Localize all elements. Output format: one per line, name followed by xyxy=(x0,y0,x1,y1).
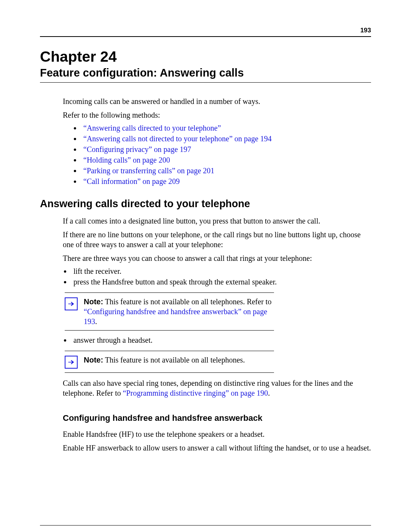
note-label: Note: xyxy=(84,356,103,364)
closing-paragraph: Calls can also have special ring tones, … xyxy=(63,378,371,398)
list-item: lift the receiver. xyxy=(71,267,371,276)
title-rule xyxy=(40,82,371,83)
note-suffix: . xyxy=(95,317,97,326)
xref-link-answering-not-directed[interactable]: “Answering calls not directed to your te… xyxy=(83,134,272,143)
xref-link-configuring-privacy[interactable]: “Configuring privacy” on page 197 xyxy=(83,145,191,153)
closing-suffix: . xyxy=(268,389,270,397)
page-number: 193 xyxy=(40,27,371,34)
footer-rule xyxy=(40,525,371,526)
xref-link-distinctive-ringing[interactable]: “Programming distinctive ringing” on pag… xyxy=(123,389,268,397)
note-body: This feature is not available on all tel… xyxy=(103,297,271,306)
section1-paragraph-3: There are three ways you can choose to a… xyxy=(63,253,371,263)
intro-paragraph-2: Refer to the following methods: xyxy=(63,110,371,120)
chapter-title: Feature configuration: Answering calls xyxy=(40,67,371,79)
note-body: This feature is not available on all tel… xyxy=(103,356,245,364)
note-rule xyxy=(65,330,274,331)
xref-link-call-information[interactable]: “Call information” on page 209 xyxy=(83,177,180,185)
xref-link-parking-transferring[interactable]: “Parking or transferring calls” on page … xyxy=(83,166,214,175)
xref-link-answering-directed[interactable]: “Answering calls directed to your teleph… xyxy=(83,124,221,132)
note-box-2: Note: This feature is not available on a… xyxy=(65,351,274,373)
page-footer: BCM 4.0 Device Configuration Guide xyxy=(40,525,371,532)
list-item: answer through a headset. xyxy=(71,336,371,345)
intro-paragraph-1: Incoming calls can be answered or handle… xyxy=(63,96,371,106)
section1-paragraph-2: If there are no line buttons on your tel… xyxy=(63,230,371,249)
page-container: 193 Chapter 24 Feature configuration: An… xyxy=(0,0,411,532)
sub-paragraph-1: Enable Handsfree (HF) to use the telepho… xyxy=(63,429,371,439)
top-rule xyxy=(40,36,371,37)
section-heading-answering-directed: Answering calls directed to your telepho… xyxy=(40,198,371,210)
subsection-heading-handsfree: Configuring handsfree and handsfree answ… xyxy=(63,413,371,423)
reference-link-list: “Answering calls directed to your teleph… xyxy=(63,124,371,186)
sub-paragraph-2: Enable HF answerback to allow users to a… xyxy=(63,443,371,453)
chapter-number: Chapter 24 xyxy=(40,48,371,65)
list-item: press the Handsfree button and speak thr… xyxy=(71,278,371,286)
ways-list-part1: lift the receiver. press the Handsfree b… xyxy=(63,267,371,286)
xref-link-holding-calls[interactable]: “Holding calls” on page 200 xyxy=(83,156,170,164)
note-text: Note: This feature is not available on a… xyxy=(84,355,245,365)
note-label: Note: xyxy=(84,297,103,306)
xref-link-configuring-handsfree[interactable]: “Configuring handsfree and handsfree ans… xyxy=(84,307,267,326)
note-text: Note: This feature is not available on a… xyxy=(84,297,274,326)
arrow-right-icon xyxy=(65,297,78,310)
note-rule xyxy=(65,372,274,373)
arrow-right-icon xyxy=(65,356,78,369)
note-box-1: Note: This feature is not available on a… xyxy=(65,292,274,331)
ways-list-part2: answer through a headset. xyxy=(63,336,371,345)
section1-paragraph-1: If a call comes into a designated line b… xyxy=(63,216,371,226)
content-area: Incoming calls can be answered or handle… xyxy=(63,96,371,453)
